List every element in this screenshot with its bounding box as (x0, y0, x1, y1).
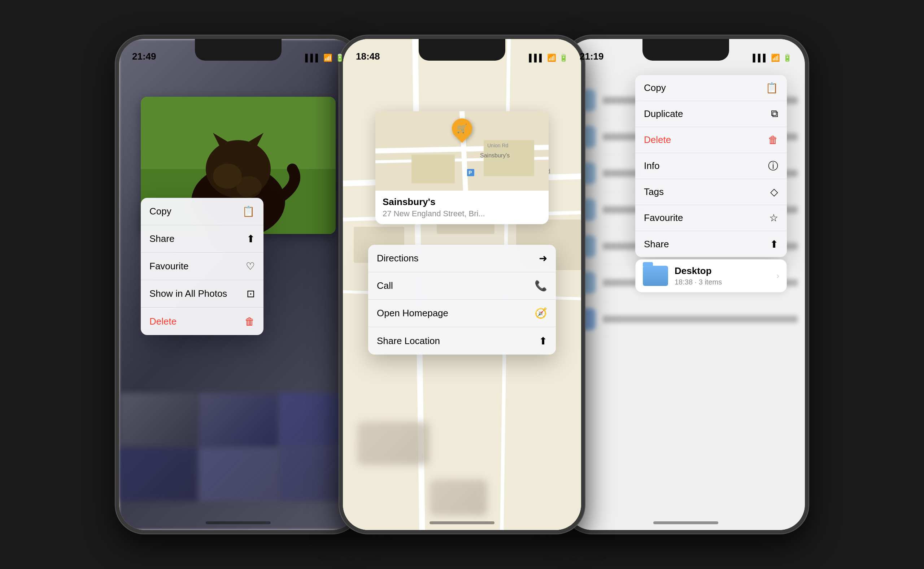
share-files-icon: ⬆ (770, 238, 778, 250)
delete-files-label: Delete (644, 134, 671, 146)
left-buttons (116, 111, 118, 215)
time-3: 21:19 (580, 51, 604, 62)
menu-item-show-all[interactable]: Show in All Photos ⊡ (141, 280, 263, 307)
time-1: 21:49 (132, 51, 156, 62)
favourite-files-icon: ☆ (769, 212, 778, 224)
location-info: Sainsbury's 27 New England Street, Bri..… (375, 191, 549, 224)
power-button-3 (806, 126, 808, 176)
desktop-folder[interactable]: Desktop 18:38 · 3 items › (635, 259, 787, 292)
favourite-files-label: Favourite (644, 212, 683, 224)
menu-item-copy[interactable]: Copy 📋 (141, 198, 263, 225)
signal-icon-1: ▌▌▌ (305, 54, 321, 62)
directions-icon: ➜ (539, 253, 547, 264)
wifi-icon-2: 📶 (547, 53, 556, 62)
delete-files-icon: 🗑 (768, 134, 778, 146)
menu-item-tags[interactable]: Tags ◇ (635, 179, 787, 205)
wifi-icon-1: 📶 (324, 53, 333, 62)
menu-item-share-files[interactable]: Share ⬆ (635, 231, 787, 257)
right-buttons-2 (582, 126, 585, 176)
location-address: 27 New England Street, Bri... (383, 209, 541, 218)
home-indicator-1 (206, 521, 271, 524)
blur-item-1 (357, 422, 430, 465)
info-label: Info (644, 160, 660, 172)
phone-3: 21:19 ▌▌▌ 📶 🔋 (563, 35, 808, 534)
context-menu-files: Copy 📋 Duplicate ⧉ Delete 🗑 Info ⓘ Tags (635, 75, 787, 257)
delete-label: Delete (149, 316, 176, 327)
favourite-label: Favourite (149, 261, 188, 272)
location-map-preview: Sainsbury's P Union Rd 🛒 (375, 111, 549, 191)
left-buttons-2 (339, 111, 342, 215)
svg-text:Sainsbury's: Sainsbury's (480, 152, 510, 158)
open-homepage-label: Open Homepage (377, 307, 448, 319)
menu-item-duplicate[interactable]: Duplicate ⧉ (635, 101, 787, 127)
menu-item-favourite-files[interactable]: Favourite ☆ (635, 205, 787, 231)
menu-item-delete-files[interactable]: Delete 🗑 (635, 127, 787, 153)
phone-3-wrapper: 21:19 ▌▌▌ 📶 🔋 (563, 35, 808, 534)
menu-item-share[interactable]: Share ⬆ (141, 225, 263, 253)
map-pin-container: 🛒 (452, 119, 472, 138)
photo-cell-1 (119, 393, 198, 446)
menu-item-delete[interactable]: Delete 🗑 (141, 307, 263, 335)
svg-point-5 (236, 176, 262, 198)
location-card[interactable]: Sainsbury's P Union Rd 🛒 Sainsbury's (375, 111, 549, 224)
context-menu-maps: Directions ➜ Call 📞 Open Homepage 🧭 Shar… (368, 245, 556, 354)
signal-icon-2: ▌▌▌ (529, 54, 544, 62)
wifi-icon-3: 📶 (771, 53, 780, 62)
location-name: Sainsbury's (383, 196, 541, 208)
menu-item-favourite[interactable]: Favourite ♡ (141, 253, 263, 280)
svg-rect-25 (412, 155, 455, 183)
copy-label: Copy (149, 206, 172, 217)
home-indicator-3 (653, 521, 718, 524)
menu-item-directions[interactable]: Directions ➜ (368, 245, 556, 272)
photo-cell-5 (199, 448, 277, 501)
menu-item-info[interactable]: Info ⓘ (635, 153, 787, 179)
directions-label: Directions (377, 253, 419, 264)
phone-2: Union Rd 18:48 ▌▌▌ 📶 🔋 (339, 35, 585, 534)
share-files-label: Share (644, 239, 669, 250)
menu-item-call[interactable]: Call 📞 (368, 272, 556, 300)
signal-icon-3: ▌▌▌ (752, 54, 768, 62)
compass-icon: 🧭 (535, 307, 547, 319)
phone-3-screen: 21:19 ▌▌▌ 📶 🔋 (567, 39, 805, 530)
volume-down-button-2 (339, 183, 342, 215)
status-icons-2: ▌▌▌ 📶 🔋 (529, 53, 568, 62)
time-2: 18:48 (356, 51, 380, 62)
battery-icon-3: 🔋 (783, 53, 792, 62)
share-icon: ⬆ (246, 233, 255, 245)
volume-up-button-2 (339, 141, 342, 174)
phone-2-wrapper: Union Rd 18:48 ▌▌▌ 📶 🔋 (339, 35, 585, 534)
mute-button (116, 111, 118, 133)
info-icon: ⓘ (768, 159, 778, 173)
tags-label: Tags (644, 186, 664, 198)
status-icons-3: ▌▌▌ 📶 🔋 (752, 53, 792, 62)
phone-1-screen: 21:49 ▌▌▌ 📶 🔋 (119, 39, 357, 530)
phone-1: 21:49 ▌▌▌ 📶 🔋 (116, 35, 361, 534)
menu-item-copy-files[interactable]: Copy 📋 (635, 75, 787, 101)
delete-icon: 🗑 (245, 316, 255, 327)
battery-icon-1: 🔋 (335, 53, 344, 62)
chevron-right-icon: › (777, 271, 779, 281)
right-buttons-3 (806, 126, 808, 176)
share-location-label: Share Location (377, 335, 440, 347)
copy-files-icon: 📋 (766, 82, 778, 94)
show-all-icon: ⊡ (246, 288, 255, 300)
notch-3 (643, 39, 729, 61)
volume-down-button (116, 183, 118, 215)
copy-files-label: Copy (644, 82, 666, 93)
photo-cell-2 (199, 393, 277, 446)
folder-icon (643, 266, 668, 286)
share-label: Share (149, 233, 174, 245)
mute-button-2 (339, 111, 342, 133)
menu-item-share-location[interactable]: Share Location ⬆ (368, 327, 556, 354)
photo-cell-4 (119, 448, 198, 501)
volume-up-button (116, 141, 118, 174)
tags-icon: ◇ (770, 186, 778, 198)
blurred-bottom-maps (343, 386, 581, 530)
phone-2-screen: Union Rd 18:48 ▌▌▌ 📶 🔋 (343, 39, 581, 530)
home-indicator-2 (430, 521, 494, 524)
menu-item-open-homepage[interactable]: Open Homepage 🧭 (368, 300, 556, 327)
duplicate-icon: ⧉ (771, 108, 778, 120)
folder-meta: 18:38 · 3 items (675, 278, 770, 286)
share-location-icon: ⬆ (539, 335, 547, 347)
show-all-label: Show in All Photos (149, 288, 227, 299)
